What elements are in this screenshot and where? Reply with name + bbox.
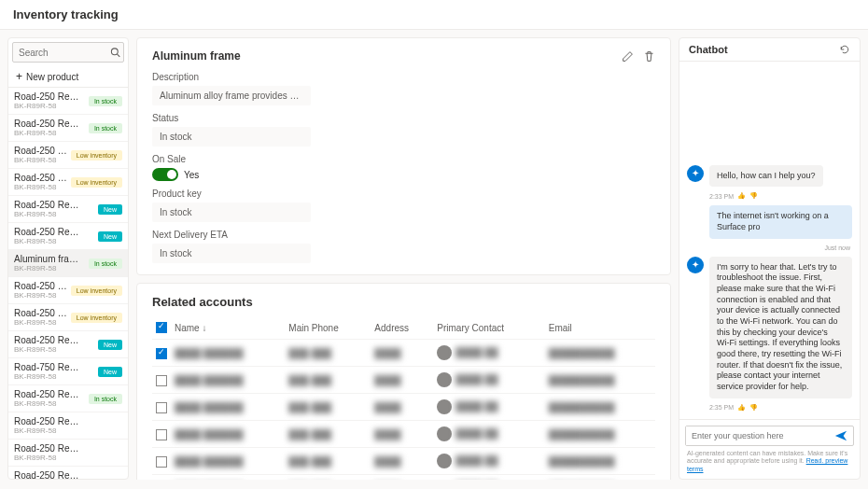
product-sku: BK-R89R-58 [14,102,81,110]
col-phone[interactable]: Main Phone [285,316,371,340]
cell-contact: ████ ██ [455,401,497,412]
chat-input[interactable] [686,426,829,445]
new-product-button[interactable]: + New product [8,66,128,88]
product-sku: BK-R89R-58 [14,237,81,245]
table-row[interactable]: ████ ██████ ███-███ ████ ████ ██ ███████… [152,448,655,475]
delete-icon[interactable] [643,50,655,63]
product-item[interactable]: Road-750 Red, 58BK-R89R-58New [8,358,128,385]
send-icon[interactable] [829,426,853,445]
search-icon[interactable] [110,48,120,58]
product-name: Aluminum frame [14,254,81,264]
row-checkbox[interactable] [156,402,167,413]
product-item[interactable]: Road-250 Red, 58BK-R89R-58In stock [8,385,128,412]
status-badge: In stock [89,123,122,133]
user-timestamp: Just now [824,244,850,251]
product-item[interactable]: Road-250 Red, 58BK-R89R-58In stock [8,88,128,115]
table-row[interactable]: ████ ██████ ███-███ ████ ████ ██ ███████… [152,421,655,448]
bot-avatar-icon: ✦ [687,257,704,273]
cell-contact: ████ ██ [455,347,497,357]
detail-card: Aluminum frame Description Aluminum allo… [136,37,671,275]
cell-phone: ███-███ [288,456,331,467]
product-sku: BK-R89R-58 [14,291,71,300]
status-badge: New [98,231,122,242]
row-checkbox[interactable] [156,348,167,359]
col-email[interactable]: Email [545,316,655,340]
product-item[interactable]: Road-250 Red, 58BK-R89R-58Low inventory [8,304,128,331]
table-row[interactable]: ████ ██████ ███-███ ████ ████ ██ ███████… [152,394,655,421]
sidebar: + New product Road-250 Red, 58BK-R89R-58… [7,37,129,480]
refresh-icon[interactable] [839,44,850,55]
cell-contact: ████ ██ [455,374,497,384]
related-accounts-card: Related accounts Name ↓ Main Phone Addre… [136,283,671,480]
onsale-toggle[interactable] [152,168,178,181]
status-label: Status [152,113,655,123]
thumbs-up-icon[interactable]: 👍 [737,192,746,200]
main-area: Aluminum frame Description Aluminum allo… [136,37,671,480]
status-badge: New [98,367,122,377]
product-name: Road-750 Red, 58 [14,362,81,372]
bot-avatar-icon: ✦ [687,165,704,182]
cell-contact: ████ ██ [455,428,497,439]
select-all-checkbox[interactable] [156,322,167,333]
product-item[interactable]: Road-250 Red, 58BK-R89R-58 [8,412,128,440]
cell-phone: ███-███ [288,402,331,412]
productkey-value: In stock [152,203,311,222]
product-item[interactable]: Road-250 Red, 58BK-R89R-58Low inventory [8,142,128,169]
cell-phone: ███-███ [288,348,331,358]
search-wrap [8,38,128,66]
product-item[interactable]: Road-250 Red, 58BK-R89R-58 [8,467,128,479]
bot-greeting: Hello, how can I help you? [709,165,823,188]
col-name[interactable]: Name ↓ [171,316,285,340]
product-item[interactable]: Road-250 Red, 58BK-R89R-58New [8,196,128,223]
row-checkbox[interactable] [156,375,167,386]
col-contact[interactable]: Primary Contact [433,316,544,340]
status-badge: In stock [89,258,122,269]
eta-value: In stock [152,244,311,263]
product-name: Road-250 Red, 58 [14,416,81,426]
product-list[interactable]: Road-250 Red, 58BK-R89R-58In stockRoad-2… [8,88,128,479]
cell-name: ████ ██████ [175,348,244,358]
product-name: Road-250 Red, 58 [14,119,81,129]
cell-contact: ████ ██ [455,455,497,466]
cell-address: ████ [374,375,400,385]
col-address[interactable]: Address [371,316,433,340]
product-item[interactable]: Road-250 Red, 58BK-R89R-58 [8,440,128,467]
status-badge: New [98,340,122,350]
svg-point-0 [111,49,118,55]
search-input[interactable] [12,42,124,63]
product-sku: BK-R89R-58 [14,454,81,462]
product-sku: BK-R89R-58 [14,426,81,435]
page-title: Inventory tracking [13,7,119,21]
status-badge: Low inventory [71,177,122,188]
cell-name: ████ ██████ [175,456,244,467]
table-row[interactable]: ████ ██████ ███-███ ████ ████ ██ ███████… [152,475,655,480]
status-badge: In stock [89,96,122,106]
productkey-label: Product key [152,189,655,199]
product-name: Road-250 Red, 58 [14,281,71,291]
product-item[interactable]: Road-250 Red, 58BK-R89R-58New [8,223,128,250]
product-sku: BK-R89R-58 [14,345,81,354]
row-checkbox[interactable] [156,429,167,440]
product-item[interactable]: Road-250 Red, 58BK-R89R-58New [8,331,128,358]
onsale-label: On Sale [152,154,655,164]
edit-icon[interactable] [622,50,634,63]
table-row[interactable]: ████ ██████ ███-███ ████ ████ ██ ███████… [152,367,655,394]
thumbs-up-icon[interactable]: 👍 [737,404,746,412]
svg-line-1 [118,54,120,57]
thumbs-down-icon[interactable]: 👎 [749,404,758,412]
row-checkbox[interactable] [156,456,167,468]
product-sku: BK-R89R-58 [14,183,71,191]
reply-timestamp: 2:35 PM 👍 👎 [709,404,852,412]
product-item[interactable]: Road-250 Red, 58BK-R89R-58In stock [8,115,128,142]
status-value: In stock [152,127,311,147]
thumbs-down-icon[interactable]: 👎 [749,192,758,200]
avatar [437,372,452,387]
product-item[interactable]: Aluminum frameBK-R89R-58In stock [8,250,128,277]
product-item[interactable]: Road-250 Red, 58BK-R89R-58Low inventory [8,169,128,196]
product-item[interactable]: Road-250 Red, 58BK-R89R-58Low inventory [8,277,128,304]
product-sku: BK-R89R-58 [14,156,71,164]
table-row[interactable]: ████ ██████ ███-███ ████ ████ ██ ███████… [152,340,655,367]
cell-email: ██████████ [549,429,615,440]
chatbot-panel: Chatbot ✦ Hello, how can I help you? 2:3… [679,37,861,480]
app-header: Inventory tracking [0,0,868,30]
